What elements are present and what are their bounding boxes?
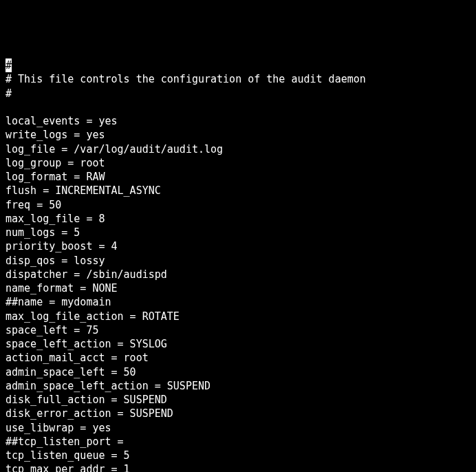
terminal-line: space_left_action = SYSLOG <box>6 337 470 351</box>
terminal-line: tcp_max_per_addr = 1 <box>6 462 470 472</box>
terminal-line: admin_space_left = 50 <box>6 365 470 379</box>
terminal-line: max_log_file = 8 <box>6 212 470 226</box>
terminal-line: space_left = 75 <box>6 323 470 337</box>
terminal-line: priority_boost = 4 <box>6 239 470 253</box>
terminal-line: tcp_listen_queue = 5 <box>6 449 470 462</box>
terminal-line: use_libwrap = yes <box>6 421 470 435</box>
terminal-line: name_format = NONE <box>6 281 470 295</box>
cursor-position: # <box>6 58 12 72</box>
terminal-line: ##tcp_listen_port = <box>6 435 470 449</box>
terminal-line: disk_error_action = SUSPEND <box>6 407 470 420</box>
terminal-line: # <box>6 87 470 100</box>
terminal-line: # <box>6 58 470 72</box>
terminal-line: dispatcher = /sbin/audispd <box>6 268 470 281</box>
terminal-line: action_mail_acct = root <box>6 351 470 365</box>
terminal-line: num_logs = 5 <box>6 226 470 239</box>
terminal-line: disp_qos = lossy <box>6 254 470 268</box>
terminal-line: max_log_file_action = ROTATE <box>6 310 470 323</box>
terminal-line: write_logs = yes <box>6 128 470 142</box>
terminal-line <box>6 100 470 114</box>
terminal-line: log_file = /var/log/audit/audit.log <box>6 142 470 156</box>
terminal-line: flush = INCREMENTAL_ASYNC <box>6 184 470 197</box>
terminal-line: admin_space_left_action = SUSPEND <box>6 379 470 393</box>
terminal-line: ##name = mydomain <box>6 295 470 309</box>
terminal-line: freq = 50 <box>6 198 470 212</box>
terminal-line: # This file controls the configuration o… <box>6 72 470 86</box>
terminal-line: disk_full_action = SUSPEND <box>6 393 470 407</box>
terminal-output[interactable]: ## This file controls the configuration … <box>6 58 470 472</box>
terminal-line: log_format = RAW <box>6 170 470 184</box>
terminal-line: log_group = root <box>6 156 470 170</box>
terminal-line: local_events = yes <box>6 114 470 128</box>
